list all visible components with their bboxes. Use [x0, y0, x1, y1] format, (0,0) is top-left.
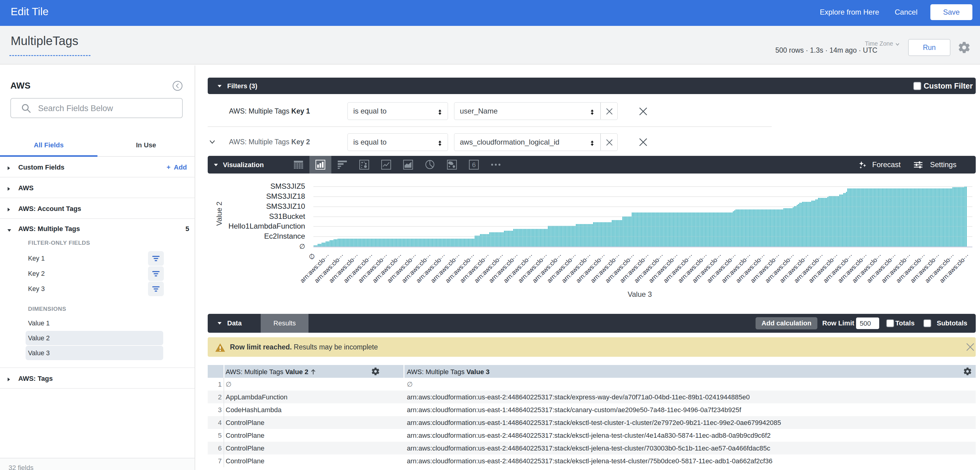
svg-text:6: 6 [472, 161, 476, 168]
